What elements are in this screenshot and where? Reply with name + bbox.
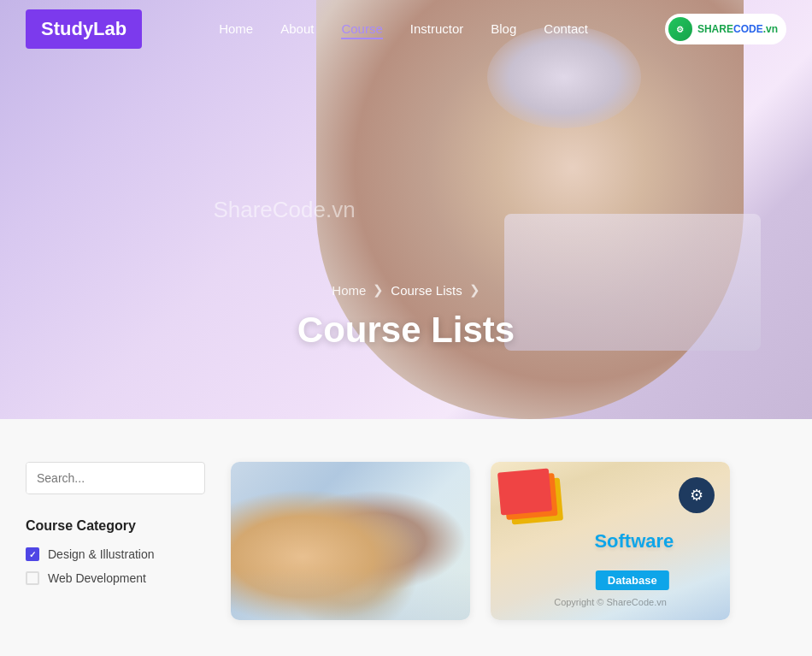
hero-section: StudyLab Home About Course Instructor Bl… [0,0,812,419]
nav-item-contact[interactable]: Contact [544,21,588,37]
course-card-2[interactable]: Software Database ⚙ Copyright © ShareCod… [491,462,730,620]
logo[interactable]: StudyLab [26,9,142,49]
category-label-web: Web Development [48,571,146,585]
courses-grid: Software Database ⚙ Copyright © ShareCod… [231,462,786,624]
nav-link-course[interactable]: Course [341,21,382,39]
sharecode-label: SHARECODE.vn [697,23,778,35]
breadcrumb-home[interactable]: Home [332,283,366,298]
breadcrumb-current: Course Lists [391,283,462,298]
category-label-design: Design & Illustration [48,547,155,561]
database-label: Database [596,570,669,590]
course-card-2-image: Software Database ⚙ Copyright © ShareCod… [491,462,730,620]
sharecode-icon: ⚙ [668,17,692,41]
course-card-1-image [231,462,470,620]
software-label: Software [594,530,674,553]
gear-icon-card: ⚙ [679,477,715,513]
page-title: Course Lists [297,310,515,351]
suffix-text: .vn [763,23,778,35]
hero-bg: ShareCode.vn Home ❯ Course Lists ❯ Cours… [0,0,812,419]
main-content: 🔍 Course Category Design & Illustration … [0,419,812,656]
breadcrumb: Home ❯ Course Lists ❯ [297,282,515,298]
sidebar: 🔍 Course Category Design & Illustration … [26,462,205,624]
share-text: SHARE [697,23,733,35]
hero-content: Home ❯ Course Lists ❯ Course Lists [297,282,515,351]
nav-item-instructor[interactable]: Instructor [410,21,464,37]
nav-links: Home About Course Instructor Blog Contac… [219,21,588,37]
code-text: CODE [733,23,763,35]
navbar: StudyLab Home About Course Instructor Bl… [0,0,812,58]
breadcrumb-chevron-2: ❯ [469,282,480,298]
search-input[interactable] [26,463,197,493]
breadcrumb-chevron-1: ❯ [373,282,384,298]
hero-background: ShareCode.vn Home ❯ Course Lists ❯ Cours… [0,0,812,419]
nav-link-about[interactable]: About [280,21,314,36]
category-item-web[interactable]: Web Development [26,571,205,585]
category-section: Course Category Design & Illustration We… [26,518,205,585]
nav-link-contact[interactable]: Contact [544,21,588,36]
search-button[interactable]: 🔍 [197,464,205,493]
category-title: Course Category [26,518,205,534]
nav-link-home[interactable]: Home [219,21,253,36]
nav-link-blog[interactable]: Blog [491,21,516,36]
checkbox-design[interactable] [26,547,39,561]
hero-watermark: ShareCode.vn [213,197,355,223]
nav-item-about[interactable]: About [280,21,314,37]
search-box: 🔍 [26,462,205,494]
nav-item-blog[interactable]: Blog [491,21,516,37]
nav-item-home[interactable]: Home [219,21,253,37]
sharecode-badge: ⚙ SHARECODE.vn [665,14,786,44]
hero-laptop [504,214,761,351]
category-item-design[interactable]: Design & Illustration [26,547,205,561]
nav-link-instructor[interactable]: Instructor [410,21,464,36]
nav-item-course[interactable]: Course [341,21,382,37]
card-copyright-watermark: Copyright © ShareCode.vn [554,597,667,607]
course-card-1[interactable] [231,462,470,620]
checkbox-web[interactable] [26,571,39,585]
